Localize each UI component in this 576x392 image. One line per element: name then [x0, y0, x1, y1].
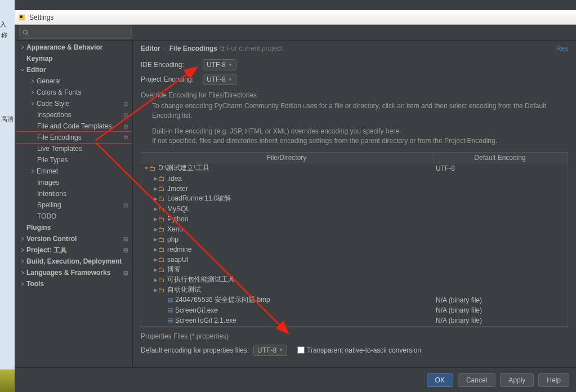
tree-row[interactable]: ▶🗀Jmeter: [141, 184, 568, 194]
tree-row[interactable]: ▶🗀soapUI: [141, 255, 568, 265]
cancel-button[interactable]: Cancel: [458, 373, 495, 387]
native-ascii-checkbox[interactable]: Transparent native-to-ascii conversion: [297, 346, 421, 354]
tree-row[interactable]: ▤Sublime_Text_2.0.2_Setup.exeN/A (binary…: [141, 326, 568, 327]
tree-encoding: UTF-8: [432, 164, 568, 172]
sidebar-item-appearance[interactable]: Appearance & Behavior: [15, 42, 132, 53]
chevron-icon: ▶: [153, 226, 158, 232]
sidebar-item-vcs[interactable]: Version Control⊟: [15, 233, 132, 244]
chevron-icon: ▼: [144, 166, 149, 171]
sidebar-item-colors[interactable]: Colors & Fonts: [15, 87, 132, 98]
project-badge-icon: ⊟: [123, 202, 128, 208]
chevron-right-icon: [20, 259, 25, 264]
sidebar-item-general[interactable]: General: [15, 75, 132, 87]
search-input[interactable]: [19, 26, 132, 39]
tree-row[interactable]: ▶🗀.idea: [141, 173, 568, 184]
project-badge-icon: ⊟: [123, 236, 128, 242]
chevron-right-icon: [20, 282, 25, 286]
chevron-icon: ▶: [153, 267, 158, 273]
reset-link[interactable]: Res: [556, 44, 568, 52]
project-badge-icon: ⧉: [220, 44, 225, 52]
project-encoding-dropdown[interactable]: UTF-8▼: [203, 74, 236, 85]
sidebar-item-keymap[interactable]: Keymap: [15, 53, 132, 64]
chevron-icon: ▶: [153, 186, 158, 191]
search-row: [15, 25, 576, 41]
sidebar-item-project[interactable]: Project: 工具⊟: [15, 244, 132, 256]
tree-row[interactable]: ▤ScreenGif.exeN/A (binary file): [141, 305, 568, 315]
sidebar-label: Spelling: [37, 201, 61, 209]
ok-button[interactable]: OK: [427, 373, 453, 387]
sidebar-item-file-types[interactable]: File Types: [15, 154, 132, 166]
chevron-right-icon: [20, 270, 25, 275]
combo-value: UTF-8: [207, 75, 226, 83]
tree-label: 2404765536 安全提示问题.bmp: [175, 295, 270, 305]
folder-icon: 🗀: [158, 235, 165, 243]
sidebar-label: Build, Execution, Deployment: [26, 257, 122, 265]
tree-row[interactable]: ▶🗀Xenu: [141, 224, 568, 234]
tree-encoding: N/A (binary file): [432, 306, 568, 314]
apply-button[interactable]: Apply: [500, 373, 534, 387]
button-label: Help: [547, 376, 561, 384]
sidebar-item-todo[interactable]: TODO: [15, 211, 132, 222]
sidebar-label: Plugins: [26, 224, 51, 231]
folder-icon: 🗀: [158, 276, 165, 284]
tree-row[interactable]: ▤ScreenToGif 2.1.exeN/A (binary file): [141, 315, 568, 326]
caret-down-icon: ▼: [228, 77, 233, 82]
project-badge-icon: ⊟: [123, 270, 128, 276]
sidebar-item-lang[interactable]: Languages & Frameworks⊟: [15, 267, 132, 278]
folder-icon: 🗀: [158, 205, 165, 213]
sidebar-item-editor[interactable]: Editor: [15, 64, 132, 75]
sidebar-item-bed[interactable]: Build, Execution, Deployment: [15, 256, 132, 267]
chevron-icon: ▶: [153, 237, 158, 242]
tree-row[interactable]: ▶🗀博客: [141, 265, 568, 275]
button-label: OK: [435, 376, 445, 384]
tree-row[interactable]: ▶🗀php: [141, 234, 568, 244]
properties-header: Properties Files (*.properties): [133, 327, 576, 342]
chevron-down-icon: [20, 68, 25, 72]
tree-row[interactable]: ▶🗀LoadRunner11.0破解: [141, 194, 568, 204]
project-encoding-label: Project Encoding:: [141, 75, 203, 83]
sidebar-item-file-code-templates[interactable]: File and Code Templates⊟: [15, 121, 132, 132]
properties-encoding-dropdown[interactable]: UTF-8▼: [253, 345, 287, 356]
ide-encoding-dropdown[interactable]: UTF-8▼: [203, 59, 236, 70]
sidebar-item-plugins[interactable]: Plugins: [15, 222, 132, 233]
tree-row[interactable]: ▶🗀自动化测试: [141, 285, 568, 295]
settings-sidebar[interactable]: Appearance & Behavior Keymap Editor Gene…: [15, 41, 133, 367]
chevron-icon: ▶: [153, 216, 158, 222]
sidebar-label: File Types: [37, 156, 68, 164]
tree-row[interactable]: ▼🗀D:\测试建立\工具UTF-8: [141, 163, 568, 173]
tree-encoding: N/A (binary file): [432, 296, 568, 304]
sidebar-label: TODO: [37, 212, 56, 220]
settings-content: Editor › File Encodings ⧉ For current pr…: [133, 41, 576, 367]
properties-encoding-label: Default encoding for properties files:: [141, 346, 249, 354]
sidebar-label: Editor: [26, 66, 46, 74]
sidebar-item-inspections[interactable]: Inspections⊟: [15, 109, 132, 121]
gutter-text: 入: [0, 20, 6, 29]
dialog-button-row: OK Cancel Apply Help: [15, 367, 576, 392]
breadcrumb-editor: Editor: [141, 44, 160, 52]
sidebar-item-tools[interactable]: Tools: [15, 278, 132, 289]
sidebar-item-codestyle[interactable]: Code Style⊟: [15, 98, 132, 109]
checkbox-label: Transparent native-to-ascii conversion: [307, 346, 421, 354]
breadcrumb-scope: For current project: [227, 44, 282, 52]
tree-row[interactable]: ▤2404765536 安全提示问题.bmpN/A (binary file): [141, 295, 568, 305]
sidebar-item-live-templates[interactable]: Live Templates: [15, 143, 132, 154]
combo-value: UTF-8: [257, 346, 276, 354]
sidebar-label: Images: [37, 179, 59, 186]
sidebar-item-spelling[interactable]: Spelling⊟: [15, 199, 132, 211]
breadcrumb-file-encodings: File Encodings: [169, 44, 217, 52]
sidebar-item-emmet[interactable]: Emmet: [15, 166, 132, 177]
svg-rect-1: [20, 15, 23, 17]
tree-row[interactable]: ▶🗀可执行包性能测试工具: [141, 275, 568, 285]
sidebar-item-intentions[interactable]: Intentions: [15, 188, 132, 199]
tree-row[interactable]: ▶🗀Python: [141, 214, 568, 224]
chevron-right-icon: ›: [164, 44, 166, 52]
sidebar-label: Live Templates: [37, 145, 82, 153]
sidebar-label: Intentions: [37, 190, 66, 198]
sidebar-item-images[interactable]: Images: [15, 177, 132, 188]
sidebar-item-file-encodings[interactable]: File Encodings⧉: [15, 132, 132, 143]
tree-row[interactable]: ▶🗀MySQL: [141, 204, 568, 214]
tree-row[interactable]: ▶🗀redmine: [141, 244, 568, 255]
encoding-file-tree[interactable]: ▼🗀D:\测试建立\工具UTF-8▶🗀.idea▶🗀Jmeter▶🗀LoadRu…: [141, 163, 568, 327]
button-label: Apply: [508, 376, 525, 384]
help-button[interactable]: Help: [538, 373, 569, 387]
